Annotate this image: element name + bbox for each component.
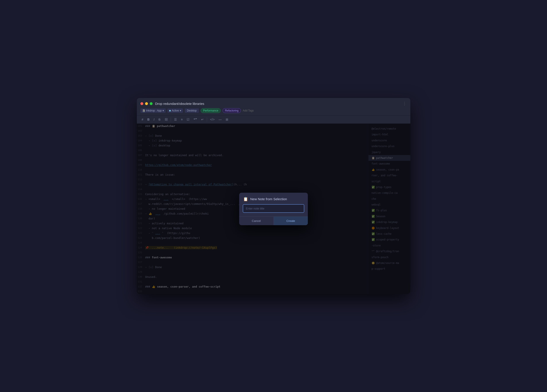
maximize-button[interactable] — [150, 102, 153, 105]
create-button[interactable]: Create — [274, 217, 308, 225]
indent-button[interactable]: ↵ — [200, 117, 205, 122]
ol-button[interactable]: ≡ — [180, 117, 184, 122]
notebook-chevron-icon: ▾ — [163, 109, 164, 112]
toolbar-divider-2 — [207, 118, 207, 121]
tag-performance[interactable]: Performance — [201, 108, 221, 113]
bold-button[interactable]: B — [146, 117, 151, 122]
minimize-button[interactable] — [145, 102, 148, 105]
toolbar-divider-1 — [171, 118, 171, 121]
status-selector[interactable]: Active ▾ — [167, 108, 183, 113]
new-note-modal: 📋 New Note from Selection Cancel Create — [239, 193, 308, 225]
note-title-input[interactable] — [243, 204, 304, 213]
link-button[interactable]: ⛓ — [163, 117, 169, 122]
app-window: Drop redundant/obsolete libraries ⋮ 📓 In… — [137, 98, 410, 294]
modal-footer: Cancel Create — [239, 216, 308, 225]
add-tags-button[interactable]: Add Tags — [243, 109, 254, 112]
modal-icon: 📋 — [243, 197, 248, 201]
main-content: 101 ### 📋 pathwatcher 102 103 - [x] Done… — [137, 124, 410, 294]
modal-overlay[interactable]: 📋 New Note from Selection Cancel Create — [137, 124, 410, 294]
status-label: Active — [172, 109, 179, 112]
checkbox-button[interactable]: ☑ — [185, 117, 191, 122]
notebook-selector[interactable]: 📓 Inkdrop : App ▾ — [140, 108, 166, 113]
titlebar-meta: 📓 Inkdrop : App ▾ Active ▾ Desktop Perfo… — [140, 108, 407, 113]
titlebar-top: Drop redundant/obsolete libraries ⋮ — [140, 101, 407, 106]
notebook-icon: 📓 — [142, 109, 145, 112]
editor-toolbar: # B I S ⛓ ☰ ≡ ☑ ❝❞ ↵ </> — ⊞ — [137, 115, 410, 124]
titlebar: Drop redundant/obsolete libraries ⋮ 📓 In… — [137, 98, 410, 115]
italic-button[interactable]: I — [152, 117, 156, 122]
heading-button[interactable]: # — [140, 117, 145, 122]
code-button[interactable]: </> — [209, 117, 216, 122]
tag-refactoring[interactable]: Refactoring — [223, 108, 241, 113]
status-dot-icon — [169, 110, 171, 112]
notebook-label: Inkdrop : App — [146, 109, 162, 112]
cancel-button[interactable]: Cancel — [239, 217, 274, 225]
tag-desktop[interactable]: Desktop — [185, 108, 199, 113]
modal-header: 📋 New Note from Selection — [239, 193, 308, 204]
status-chevron-icon: ▾ — [180, 109, 181, 112]
traffic-lights — [140, 102, 153, 105]
modal-title: New Note from Selection — [250, 197, 287, 201]
strikethrough-button[interactable]: S — [157, 117, 162, 122]
close-button[interactable] — [140, 102, 143, 105]
quote-button[interactable]: ❝❞ — [192, 117, 198, 122]
modal-input-wrap — [239, 204, 308, 216]
hr-button[interactable]: — — [217, 117, 223, 122]
window-title: Drop redundant/obsolete libraries — [153, 102, 403, 106]
table-button[interactable]: ⊞ — [224, 117, 230, 122]
ul-button[interactable]: ☰ — [173, 117, 178, 122]
more-options-icon[interactable]: ⋮ — [403, 101, 407, 106]
